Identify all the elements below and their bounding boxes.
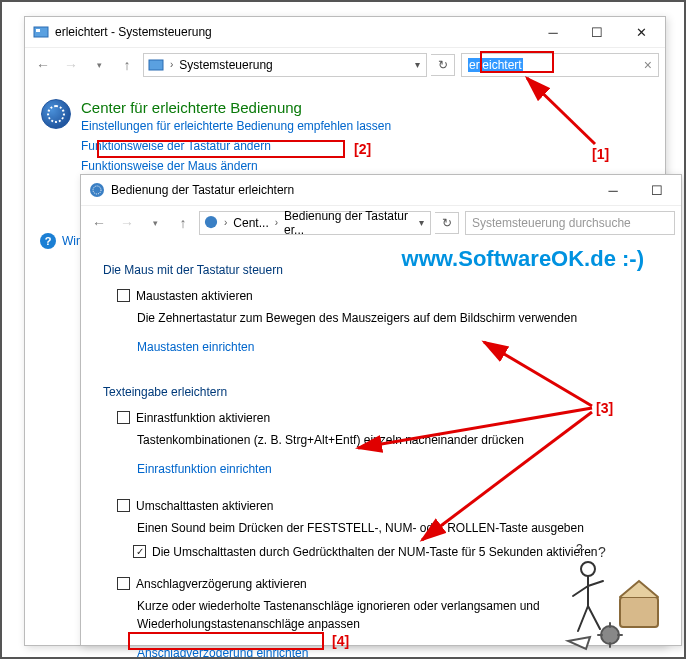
svg-rect-13	[620, 597, 658, 627]
search-placeholder: Systemsteuerung durchsuche	[472, 216, 631, 230]
watermark-right: www.SoftwareOK.de :-)	[402, 246, 644, 272]
annotation-label-1: [1]	[592, 146, 609, 162]
chevron-down-icon[interactable]: ▾	[413, 59, 422, 70]
checkbox-togglekeys-hold[interactable]	[133, 545, 146, 558]
svg-point-5	[205, 216, 217, 228]
nav-toolbar: ← → ▾ ↑ › Systemsteuerung ▾ ↻ erleichter…	[25, 47, 665, 81]
ease-of-access-icon	[41, 99, 71, 129]
label-togglekeys: Umschalttasten aktivieren	[136, 497, 273, 515]
checkbox-sticky[interactable]	[117, 411, 130, 424]
nav-toolbar: ← → ▾ ↑ › Cent... › Bedienung der Tastat…	[81, 205, 681, 239]
forward-button[interactable]: →	[115, 211, 139, 235]
annotation-box-4	[128, 632, 324, 650]
ease-of-access-icon	[89, 182, 105, 198]
chevron-down-icon[interactable]: ▾	[417, 217, 426, 228]
svg-point-14	[601, 626, 619, 644]
control-panel-icon	[148, 57, 164, 73]
help-icon: ?	[40, 233, 56, 249]
svg-point-3	[90, 183, 104, 197]
link-recommend-settings[interactable]: Einstellungen für erleichterte Bedienung…	[81, 116, 391, 136]
up-button[interactable]: ↑	[171, 211, 195, 235]
checkbox-mousekeys[interactable]	[117, 289, 130, 302]
back-button[interactable]: ←	[87, 211, 111, 235]
minimize-button[interactable]: ─	[531, 17, 575, 47]
refresh-button[interactable]: ↻	[431, 54, 455, 76]
clear-search-icon[interactable]: ×	[644, 57, 652, 73]
address-bar[interactable]: › Systemsteuerung ▾	[143, 53, 427, 77]
desc-mousekeys: Die Zehnertastatur zum Bewegen des Mausz…	[137, 309, 661, 327]
decorative-doodle: ? ?	[548, 541, 668, 651]
history-dropdown[interactable]: ▾	[143, 211, 167, 235]
maximize-button[interactable]: ☐	[575, 17, 619, 47]
checkbox-filterkeys[interactable]	[117, 577, 130, 590]
chevron-right-icon: ›	[168, 59, 175, 70]
svg-rect-1	[36, 29, 40, 32]
link-setup-sticky[interactable]: Einrastfunktion einrichten	[137, 459, 272, 479]
chevron-right-icon: ›	[273, 217, 280, 228]
svg-point-10	[581, 562, 595, 576]
svg-text:?: ?	[598, 544, 606, 560]
breadcrumb-item[interactable]: Cent...	[233, 216, 268, 230]
annotation-label-2: [2]	[354, 141, 371, 157]
address-bar[interactable]: › Cent... › Bedienung der Tastatur er...…	[199, 211, 431, 235]
link-change-mouse[interactable]: Funktionsweise der Maus ändern	[81, 156, 258, 176]
checkbox-togglekeys[interactable]	[117, 499, 130, 512]
titlebar: Bedienung der Tastatur erleichtern ─ ☐	[81, 175, 681, 205]
desc-filterkeys: Kurze oder wiederholte Tastenanschläge i…	[137, 597, 597, 633]
link-setup-mousekeys[interactable]: Maustasten einrichten	[137, 337, 254, 357]
chevron-right-icon: ›	[222, 217, 229, 228]
history-dropdown[interactable]: ▾	[87, 53, 111, 77]
section-text-title: Texteingabe erleichtern	[103, 383, 661, 401]
svg-rect-2	[149, 60, 163, 70]
annotation-box-2	[97, 140, 345, 158]
control-panel-icon	[33, 24, 49, 40]
section-heading[interactable]: Center für erleichterte Bedienung	[81, 99, 391, 116]
window-title: Bedienung der Tastatur erleichtern	[111, 183, 591, 197]
minimize-button[interactable]: ─	[591, 175, 635, 205]
desc-togglekeys: Einen Sound beim Drücken der FESTSTELL-,…	[137, 519, 661, 537]
forward-button[interactable]: →	[59, 53, 83, 77]
titlebar: erleichtert - Systemsteuerung ─ ☐ ✕	[25, 17, 665, 47]
annotation-label-3: [3]	[596, 400, 613, 416]
ease-of-access-icon	[204, 215, 218, 231]
maximize-button[interactable]: ☐	[635, 175, 679, 205]
up-button[interactable]: ↑	[115, 53, 139, 77]
annotation-box-1	[480, 51, 554, 73]
breadcrumb-item[interactable]: Systemsteuerung	[179, 58, 272, 72]
label-filterkeys: Anschlagverzögerung aktivieren	[136, 575, 307, 593]
back-button[interactable]: ←	[31, 53, 55, 77]
label-togglekeys-hold: Die Umschalttasten durch Gedrückthalten …	[152, 543, 598, 561]
window-title: erleichtert - Systemsteuerung	[55, 25, 531, 39]
svg-text:?: ?	[576, 542, 583, 556]
breadcrumb-item[interactable]: Bedienung der Tastatur er...	[284, 209, 413, 237]
close-button[interactable]: ✕	[619, 17, 663, 47]
desc-sticky: Tastenkombinationen (z. B. Strg+Alt+Entf…	[137, 431, 661, 449]
label-mousekeys: Maustasten aktivieren	[136, 287, 253, 305]
label-sticky: Einrastfunktion aktivieren	[136, 409, 270, 427]
refresh-button[interactable]: ↻	[435, 212, 459, 234]
annotation-label-4: [4]	[332, 633, 349, 649]
search-input[interactable]: Systemsteuerung durchsuche	[465, 211, 675, 235]
content-area: Center für erleichterte Bedienung Einste…	[25, 81, 665, 176]
